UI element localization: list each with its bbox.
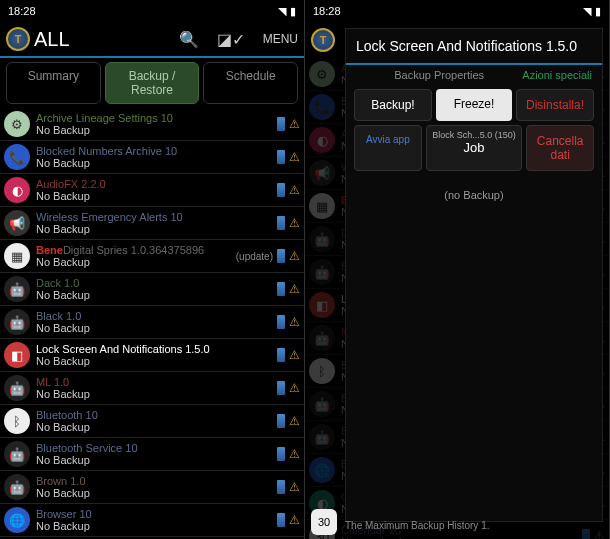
warn-icon: ⚠ xyxy=(289,150,300,164)
app-name: Archive Lineage Settings 10 xyxy=(36,112,277,124)
battery-icon: ▮ xyxy=(290,5,296,18)
app-row[interactable]: 🤖Brown 1.0No Backup⚠ xyxy=(0,471,304,504)
app-row[interactable]: ᛒBluetooth 10No Backup⚠ xyxy=(0,405,304,438)
app-name: Blocked Numbers Archive 10 xyxy=(36,145,277,157)
select-icon[interactable]: ◪✓ xyxy=(217,30,245,49)
app-icon: ⚙ xyxy=(309,61,335,87)
dialog-subheader: Backup Properties Azioni speciali xyxy=(346,65,602,85)
app-name: Black 1.0 xyxy=(36,310,277,322)
uninstall-button[interactable]: Disinstalla! xyxy=(516,89,594,121)
clear-data-button[interactable]: Cancella dati xyxy=(526,125,594,171)
tab-schedule[interactable]: Schedule xyxy=(203,62,298,104)
app-sub: No Backup xyxy=(36,520,277,532)
app-row[interactable]: 🤖Bluetooth Service 10No Backup⚠ xyxy=(0,438,304,471)
app-row[interactable]: ⚙Archive Lineage Settings 10No Backup⚠ xyxy=(0,108,304,141)
app-icon: ◐ xyxy=(4,177,30,203)
phone-icon xyxy=(277,117,285,131)
status-icons: ◥ ▮ xyxy=(278,5,296,18)
launch-button[interactable]: Avvia app xyxy=(354,125,422,171)
warn-icon: ⚠ xyxy=(289,216,300,230)
app-row[interactable]: 🤖Dack 1.0No Backup⚠ xyxy=(0,273,304,306)
battery-icon: ▮ xyxy=(595,5,601,18)
status-icons: ◥ ▮ xyxy=(583,5,601,18)
app-icon: 🤖 xyxy=(4,276,30,302)
app-sub: No Backup xyxy=(36,256,236,268)
tabs: Summary Backup / Restore Schedule xyxy=(0,58,304,108)
app-icon: ⚙ xyxy=(4,111,30,137)
left-phone: 18:28 ◥ ▮ T ALL 🔍 ◪✓ MENU Summary Backup… xyxy=(0,0,305,539)
special-actions-label[interactable]: Azioni speciali xyxy=(522,69,592,81)
warn-icon: ⚠ xyxy=(289,315,300,329)
app-logo[interactable]: T xyxy=(311,28,335,52)
app-name: AudioFX 2.2.0 xyxy=(36,178,277,190)
app-name: Bluetooth Service 10 xyxy=(36,442,277,454)
warn-icon: ⚠ xyxy=(289,249,300,263)
job-block[interactable]: Block Sch...5.0 (150) Job xyxy=(426,125,523,171)
app-icon: 🌐 xyxy=(4,507,30,533)
warn-icon: ⚠ xyxy=(289,480,300,494)
phone-icon xyxy=(277,414,285,428)
tab-summary[interactable]: Summary xyxy=(6,62,101,104)
app-sub: No Backup xyxy=(36,124,277,136)
app-icon: 🤖 xyxy=(309,226,335,252)
dialog: Lock Screen And Notifications 1.5.0 Back… xyxy=(345,28,603,522)
calendar-icon: 30 xyxy=(311,509,337,535)
app-icon: 🤖 xyxy=(309,325,335,351)
app-icon: ▦ xyxy=(309,193,335,219)
app-logo[interactable]: T xyxy=(6,27,30,51)
app-icon: 🤖 xyxy=(309,391,335,417)
app-name: Wireless Emergency Alerts 10 xyxy=(36,211,277,223)
app-sub: No Backup xyxy=(36,322,277,334)
app-row[interactable]: ◧Lock Screen And Notifications 1.5.0No B… xyxy=(0,339,304,372)
app-row[interactable]: 📞Blocked Numbers Archive 10No Backup⚠ xyxy=(0,141,304,174)
app-icon: 🤖 xyxy=(309,259,335,285)
job-main: Job xyxy=(431,140,518,155)
phone-icon xyxy=(277,315,285,329)
app-icon: ᛒ xyxy=(4,408,30,434)
app-icon: 📢 xyxy=(4,210,30,236)
warn-icon: ⚠ xyxy=(289,282,300,296)
phone-icon xyxy=(277,150,285,164)
app-icon: 🌐 xyxy=(309,457,335,483)
dialog-title: Lock Screen And Notifications 1.5.0 xyxy=(346,29,602,65)
job-top: Block Sch...5.0 (150) xyxy=(431,130,518,140)
app-row[interactable]: ▦BeneDigital Spries 1.0.364375896No Back… xyxy=(0,240,304,273)
freeze-button[interactable]: Freeze! xyxy=(436,89,512,121)
phone-icon xyxy=(277,249,285,263)
status-bar: 18:28 ◥ ▮ xyxy=(305,0,609,22)
search-icon[interactable]: 🔍 xyxy=(179,30,199,49)
app-row[interactable]: 📢Wireless Emergency Alerts 10No Backup⚠ xyxy=(0,207,304,240)
title: ALL xyxy=(34,28,179,51)
clock: 18:28 xyxy=(313,5,341,17)
bottom-text: The Maximum Backup History 1. xyxy=(345,520,490,531)
update-label: (update) xyxy=(236,251,273,262)
app-row[interactable]: ◐AudioFX 2.2.0No Backup⚠ xyxy=(0,174,304,207)
app-icon: 📢 xyxy=(309,160,335,186)
app-icon: ᛒ xyxy=(309,358,335,384)
app-row[interactable]: 🌐Browser 10No Backup⚠ xyxy=(0,504,304,537)
app-icon: ◐ xyxy=(309,127,335,153)
phone-icon xyxy=(582,529,590,539)
warn-icon: ⚠ xyxy=(289,414,300,428)
backup-properties-label[interactable]: Backup Properties xyxy=(356,69,522,81)
status-bar: 18:28 ◥ ▮ xyxy=(0,0,304,22)
app-icon: 📞 xyxy=(309,94,335,120)
app-icon: ◧ xyxy=(309,292,335,318)
app-icon: 🤖 xyxy=(4,309,30,335)
wifi-icon: ◥ xyxy=(583,5,591,18)
app-row[interactable]: 🤖Black 1.0No Backup⚠ xyxy=(0,306,304,339)
app-name: BeneDigital Spries 1.0.364375896 xyxy=(36,244,236,256)
menu-button[interactable]: MENU xyxy=(263,32,298,46)
warn-icon: ⚠ xyxy=(594,529,605,539)
tab-backup[interactable]: Backup / Restore xyxy=(105,62,200,104)
wifi-icon: ◥ xyxy=(278,5,286,18)
app-row[interactable]: 🤖ML 1.0No Backup⚠ xyxy=(0,372,304,405)
app-icon: ◧ xyxy=(4,342,30,368)
app-sub: No Backup xyxy=(36,388,277,400)
backup-button[interactable]: Backup! xyxy=(354,89,432,121)
app-name: ML 1.0 xyxy=(36,376,277,388)
phone-icon xyxy=(277,513,285,527)
app-icon: 🤖 xyxy=(4,441,30,467)
app-name: Brown 1.0 xyxy=(36,475,277,487)
app-list[interactable]: ⚙Archive Lineage Settings 10No Backup⚠📞B… xyxy=(0,108,304,539)
